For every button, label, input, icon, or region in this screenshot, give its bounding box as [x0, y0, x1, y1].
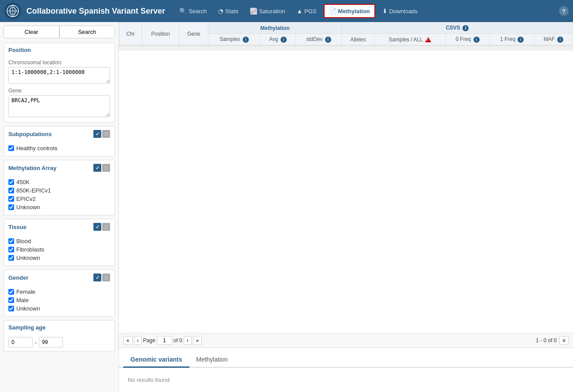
tissue-uncheck-all[interactable]: □	[102, 223, 110, 231]
next-page-button[interactable]: ›	[184, 336, 192, 345]
fibroblasts-checkbox[interactable]	[8, 247, 14, 252]
tabs-row: Genomic variants Methylation	[119, 348, 573, 368]
pagination-row: « ‹ Page of 0 › » 1 - 0 of 0 ≡	[119, 333, 573, 348]
app-title: Collaborative Spanish Variant Server	[26, 7, 165, 16]
methylation-array-check-all[interactable]: ✓	[93, 164, 101, 172]
sidebar-btn-row: Clear Search	[4, 26, 115, 38]
pgs-icon: ▲	[296, 7, 303, 15]
tissue-toggle: ✓ □	[93, 223, 110, 231]
gene-label: Gene:	[8, 88, 110, 94]
nav-pgs[interactable]: ▲ PGS	[292, 5, 321, 17]
tissue-unknown-checkbox[interactable]	[8, 255, 14, 261]
age-max-input[interactable]	[39, 337, 63, 348]
subpopulations-toggle: ✓ □	[93, 130, 110, 138]
results-table-container[interactable]: Chr Position Gene Methylation CSVS i	[119, 22, 573, 333]
col-alleles: Alleles	[342, 34, 374, 45]
subpopulations-check-all[interactable]: ✓	[93, 130, 101, 138]
tissue-section: Tissue ✓ □ Blood Fibroblasts Unknown	[4, 219, 115, 266]
page-label: Page	[143, 337, 155, 344]
col-1freq: 1 Freq i	[490, 34, 534, 45]
gender-header: Gender ✓ □	[4, 270, 115, 285]
methylation-icon: 📄	[329, 7, 336, 15]
position-section: Position Chromosomal location: 1:1-10000…	[4, 43, 115, 122]
csvs-group-header: CSVS i	[342, 22, 573, 34]
main-layout: Clear Search Position Chromosomal locati…	[0, 22, 573, 392]
nav-saturation[interactable]: 📈 Saturation	[245, 5, 289, 17]
stddev-info-icon[interactable]: i	[325, 37, 331, 43]
pagination-controls: « ‹ Page of 0 › »	[123, 336, 202, 345]
tissue-unknown: Unknown	[8, 254, 110, 262]
chromosomal-input[interactable]: 1:1-1000000,2:1-1000000	[8, 67, 110, 84]
col-samples-all: Samples / ALL	[374, 34, 445, 45]
subpopulation-healthy-controls: Healthy controls	[8, 144, 110, 152]
position-header: Position	[4, 43, 115, 57]
gender-body: Female Male Unknown	[4, 285, 115, 316]
gender-toggle: ✓ □	[93, 274, 110, 281]
prev-page-button[interactable]: ‹	[134, 336, 142, 345]
position-body: Chromosomal location: 1:1-1000000,2:1-10…	[4, 57, 115, 122]
1freq-info-icon[interactable]: i	[518, 37, 524, 43]
gender-check-all[interactable]: ✓	[93, 274, 101, 281]
blood-checkbox[interactable]	[8, 238, 14, 244]
age-range-row: -	[8, 337, 110, 348]
col-avg: Avg i	[260, 34, 296, 45]
male-checkbox[interactable]	[8, 297, 14, 303]
methylation-array-uncheck-all[interactable]: □	[102, 164, 110, 172]
search-nav-icon: 🔍	[179, 7, 187, 15]
age-min-input[interactable]	[8, 337, 33, 348]
col-gene: Gene	[179, 22, 208, 45]
csvs-info-icon[interactable]: i	[462, 25, 469, 31]
gender-uncheck-all[interactable]: □	[102, 274, 110, 281]
last-page-button[interactable]: »	[193, 336, 202, 345]
healthy-controls-checkbox[interactable]	[8, 145, 14, 151]
gender-male: Male	[8, 296, 110, 304]
female-checkbox[interactable]	[8, 289, 14, 295]
samples-info-icon[interactable]: i	[243, 37, 249, 43]
850k-checkbox[interactable]	[8, 188, 14, 193]
maf-info-icon[interactable]: i	[557, 37, 563, 43]
avg-info-icon[interactable]: i	[281, 37, 287, 43]
sidebar: Clear Search Position Chromosomal locati…	[0, 22, 119, 392]
page-number-input[interactable]	[157, 336, 172, 345]
tab-genomic-variants[interactable]: Genomic variants	[123, 352, 189, 368]
page-list-button[interactable]: ≡	[559, 336, 569, 345]
array-unknown-checkbox[interactable]	[8, 204, 14, 210]
array-epicv2: EPICv2	[8, 195, 110, 203]
content-area: Chr Position Gene Methylation CSVS i	[119, 22, 573, 392]
tissue-check-all[interactable]: ✓	[93, 223, 101, 231]
nav-search[interactable]: 🔍 Search	[175, 5, 211, 17]
search-button[interactable]: Search	[59, 26, 115, 38]
methylation-array-toggle: ✓ □	[93, 164, 110, 172]
methylation-array-body: 450K 850K-EPICv1 EPICv2 Unknown	[4, 175, 115, 215]
nav-downloads[interactable]: ⬇ Downloads	[378, 5, 422, 17]
array-850k: 850K-EPICv1	[8, 186, 110, 195]
tissue-fibroblasts: Fibroblasts	[8, 245, 110, 254]
0freq-info-icon[interactable]: i	[473, 37, 480, 43]
stats-icon: ◔	[218, 7, 223, 15]
first-page-button[interactable]: «	[123, 336, 133, 345]
horizontal-scrollbar[interactable]	[119, 45, 573, 51]
col-stddev: stdDev i	[296, 34, 342, 45]
subpopulations-uncheck-all[interactable]: □	[102, 130, 110, 138]
col-position: Position	[142, 22, 179, 45]
nav-methylation[interactable]: 📄 Methylation	[324, 4, 375, 18]
nav-stats[interactable]: ◔ Stats	[214, 5, 243, 17]
epicv2-checkbox[interactable]	[8, 196, 14, 202]
navbar: Collaborative Spanish Variant Server 🔍 S…	[0, 0, 573, 22]
downloads-icon: ⬇	[382, 7, 388, 15]
subpopulations-header: Subpopulations ✓ □	[4, 126, 115, 141]
sampling-age-header: Sampling age	[4, 321, 115, 334]
tab-methylation[interactable]: Methylation	[189, 352, 235, 368]
clear-button[interactable]: Clear	[4, 26, 59, 38]
col-chr: Chr	[119, 22, 142, 45]
col-0freq: 0 Freq i	[445, 34, 490, 45]
sampling-age-section: Sampling age -	[4, 320, 115, 351]
help-button[interactable]: ?	[559, 6, 569, 16]
samples-all-warn-icon[interactable]	[425, 37, 431, 42]
col-maf: MAF i	[534, 34, 573, 45]
col-samples: Samples i	[208, 34, 260, 45]
gene-input[interactable]: BRCA2,PPL	[8, 95, 110, 117]
chromosomal-label: Chromosomal location:	[8, 59, 110, 66]
gender-unknown-checkbox[interactable]	[8, 306, 14, 311]
450k-checkbox[interactable]	[8, 179, 14, 185]
